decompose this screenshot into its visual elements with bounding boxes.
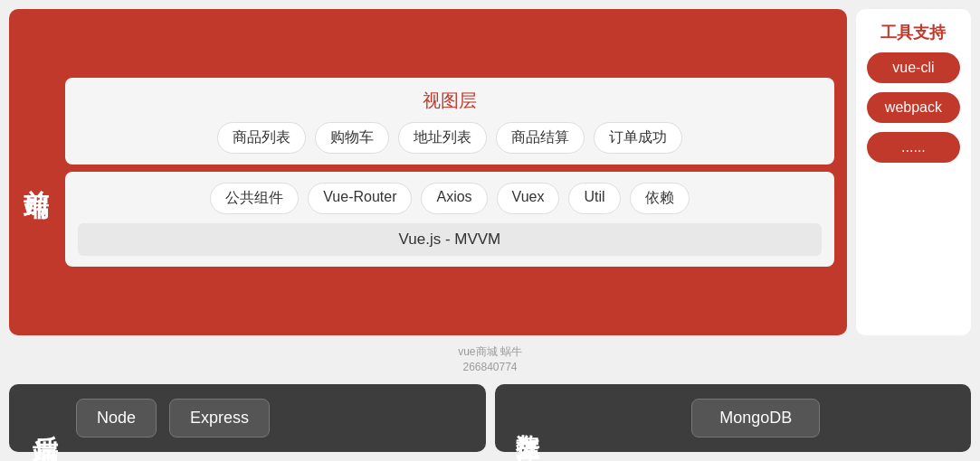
backend-chip-1: Node [76, 399, 157, 437]
database-label: 数据库 [513, 416, 545, 421]
component-chip-3: Axios [421, 183, 487, 214]
tool-chip-2: webpack [867, 92, 960, 123]
frontend-box: 前端 视图层 商品列表 购物车 地址列表 商品结算 订单成功 公共组件 Vue-… [9, 9, 847, 335]
view-item-chip-2: 购物车 [315, 122, 389, 154]
component-chip-5: Util [568, 183, 620, 214]
component-chip-1: 公共组件 [210, 183, 299, 214]
component-items: 公共组件 Vue-Router Axios Vuex Util 依赖 [78, 183, 822, 214]
watermark-line1: vue商城 蜗牛 [9, 344, 971, 360]
database-box: 数据库 MongoDB [495, 384, 972, 452]
component-layer: 公共组件 Vue-Router Axios Vuex Util 依赖 Vue.j… [65, 172, 834, 267]
tools-title: 工具支持 [880, 22, 946, 43]
backend-chips: Node Express [76, 399, 270, 437]
frontend-label: 前端 [18, 169, 52, 176]
database-chip-1: MongoDB [691, 399, 820, 437]
database-chips: MongoDB [559, 399, 954, 437]
backend-box: 后端 Node Express [9, 384, 486, 452]
view-item-chip-1: 商品列表 [217, 122, 306, 154]
watermark: vue商城 蜗牛 266840774 [9, 344, 971, 375]
tool-chip-1: vue-cli [867, 52, 960, 83]
view-layer: 视图层 商品列表 购物车 地址列表 商品结算 订单成功 [65, 78, 834, 165]
view-item-chip-3: 地址列表 [398, 122, 487, 154]
backend-label: 后端 [27, 415, 62, 422]
view-layer-title: 视图层 [78, 89, 822, 113]
view-layer-items: 商品列表 购物车 地址列表 商品结算 订单成功 [78, 122, 822, 154]
component-chip-2: Vue-Router [308, 183, 412, 214]
bottom-section: 后端 Node Express 数据库 MongoDB [9, 384, 971, 452]
top-section: 前端 视图层 商品列表 购物车 地址列表 商品结算 订单成功 公共组件 Vue-… [9, 9, 971, 335]
frontend-content: 视图层 商品列表 购物车 地址列表 商品结算 订单成功 公共组件 Vue-Rou… [65, 78, 834, 267]
backend-chip-2: Express [169, 399, 270, 437]
view-item-chip-4: 商品结算 [496, 122, 585, 154]
tools-box: 工具支持 vue-cli webpack ...... [856, 9, 971, 335]
watermark-line2: 266840774 [9, 360, 971, 375]
component-chip-6: 依赖 [630, 183, 690, 214]
component-chip-4: Vuex [497, 183, 560, 214]
mvvm-bar: Vue.js - MVVM [78, 223, 822, 256]
view-item-chip-5: 订单成功 [594, 122, 682, 154]
tool-chip-3: ...... [867, 132, 960, 163]
